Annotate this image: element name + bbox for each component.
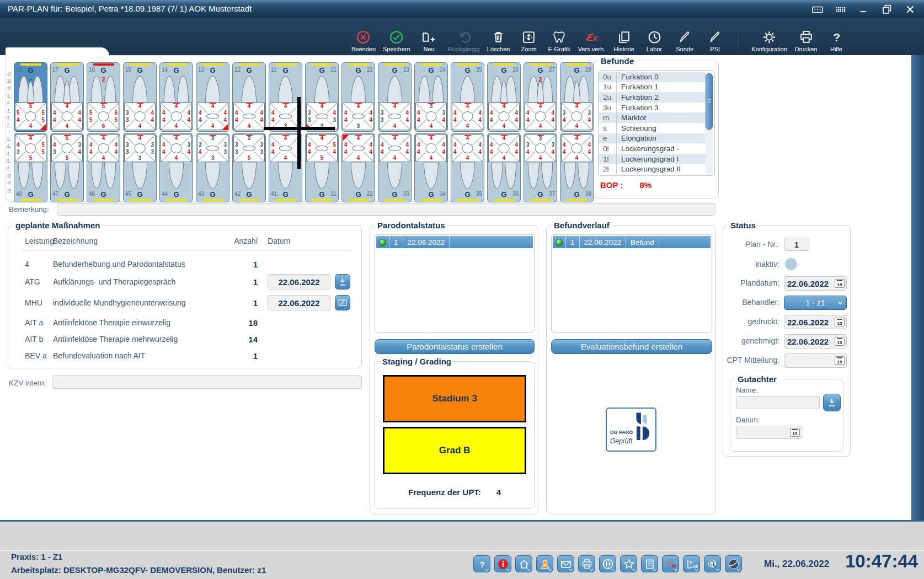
befund-list-item[interactable]: 0u Furkation 0 <box>599 72 706 82</box>
plan-nr-field[interactable]: 1 <box>784 238 809 251</box>
taskbar-globe-button[interactable] <box>599 555 616 572</box>
toolbar-vers-verh-button[interactable]: Ex Vers.verh. <box>578 30 606 52</box>
tooth-14[interactable]: 14G 44 44 44 <box>159 62 193 132</box>
tooth-15[interactable]: 15G 44 33 44 <box>123 62 157 132</box>
toolbar-zoom-button[interactable]: Zoom <box>517 30 541 52</box>
behandler-dropdown[interactable]: 1 - z1 <box>784 296 847 310</box>
tooth-18[interactable]: 18G+ 54 54 55 <box>14 62 47 132</box>
gutachter-name-input[interactable] <box>736 396 820 409</box>
tooth-38[interactable]: 44 44 44 38G <box>560 133 594 202</box>
tooth-22[interactable]: 22G 43 44 44 <box>341 62 375 132</box>
massnahme-row[interactable]: AIT b Antiinfektöse Therapie mehrwurzeli… <box>8 331 361 347</box>
tooth-35[interactable]: 44 44 44 35G <box>451 133 484 202</box>
tooth-48[interactable]: 45 43 55 48G <box>14 133 47 202</box>
toolbar-beenden-button[interactable]: Beenden <box>351 30 376 52</box>
befund-list-item[interactable]: 1l Lockerungsgrad I <box>599 154 706 164</box>
tooth-13[interactable]: 13G 44 44 44 <box>196 62 229 132</box>
gedruckt-field[interactable]: 22.06.2022 15 <box>784 315 847 329</box>
tooth-42[interactable]: 35 33 33 42G <box>232 133 266 202</box>
taskbar-info-button[interactable] <box>494 555 511 572</box>
toolbar-psi-button[interactable]: PSI <box>703 30 727 52</box>
calendar-icon[interactable]: 15 <box>835 279 845 288</box>
parodontalstatus-erstellen-button[interactable]: Parodontalstatus erstellen <box>375 339 535 354</box>
taskbar-mail-button[interactable] <box>557 555 574 572</box>
toolbar-drucken-button[interactable]: Drucken <box>794 30 818 52</box>
befund-list-item[interactable]: 2l Lockerungsgrad II <box>599 164 706 174</box>
befund-list-item[interactable]: 0l Lockerungsgrad - <box>599 143 706 154</box>
tooth-32[interactable]: 44 44 44 32G <box>341 133 375 202</box>
gutachter-download-button[interactable] <box>823 394 841 411</box>
taskbar-home-button[interactable] <box>515 555 532 572</box>
befund-list-item[interactable]: 1u Furkation 1 <box>599 82 706 93</box>
tooth-31[interactable]: 45 44 54 31G <box>305 133 339 202</box>
minimize-icon[interactable] <box>858 3 870 15</box>
toolbar-speichern-button[interactable]: Speichern <box>383 30 410 52</box>
massnahme-download-button[interactable] <box>335 274 350 290</box>
toolbar-hilfe-button[interactable]: ? Hilfe <box>825 30 848 52</box>
befunde-scrollbar[interactable] <box>706 72 713 175</box>
apps-grid-icon[interactable] <box>835 3 847 15</box>
tooth-21[interactable]: 21G 43 33 43 <box>305 62 339 132</box>
tooth-43[interactable]: 33 34 33 43G <box>196 133 229 202</box>
toolbar-historie-button[interactable]: Historie <box>612 30 635 52</box>
calendar-icon[interactable]: 15 <box>835 318 845 326</box>
toolbar-sonde-button[interactable]: Sonde <box>673 30 696 52</box>
calendar-icon[interactable]: 15 <box>835 356 845 365</box>
taskbar-help-button[interactable]: ? <box>473 555 490 572</box>
massnahme-row[interactable]: BEV a Befundevaluation nach AIT 1 <box>8 348 361 363</box>
befund-list-item[interactable]: s Schienung <box>599 123 706 133</box>
befund-list-item[interactable]: 2u Furkation 2 <box>599 92 706 103</box>
toolbar-konfiguration-button[interactable]: Konfiguration <box>751 30 787 52</box>
toolbar-loeschen-button[interactable]: Löschen <box>487 30 510 52</box>
restore-icon[interactable] <box>881 3 893 15</box>
befund-list-item[interactable]: e Elongation <box>599 133 706 144</box>
massnahme-date-field[interactable]: 22.06.2022 <box>268 274 330 290</box>
tooth-16[interactable]: 16G2 56 55 65 <box>87 62 120 132</box>
tooth-26[interactable]: 26G 44 44 44 <box>487 62 521 132</box>
inaktiv-indicator[interactable] <box>785 258 797 270</box>
befund-list-item[interactable]: 3u Furkation 3 <box>599 103 706 113</box>
tooth-25[interactable]: 25G 44 44 44 <box>451 62 484 132</box>
tooth-33[interactable]: 44 44 44 33G <box>378 133 412 202</box>
tooth-46[interactable]: 44 44 44 46G <box>87 133 120 202</box>
toolbar-e-grafik-button[interactable]: E-Grafik <box>548 30 571 52</box>
toolbar-labor-button[interactable]: Labor <box>643 30 666 52</box>
evaluationsbefund-erstellen-button[interactable]: Evaluationsbefund erstellen <box>551 339 712 354</box>
massnahme-row[interactable]: AIT a Antiinfektöse Therapie einwurzelig… <box>8 315 361 330</box>
tooth-17[interactable]: 17G 44 44 44 <box>50 62 84 132</box>
kzv-input[interactable] <box>52 376 362 389</box>
close-icon[interactable] <box>904 3 916 15</box>
tooth-28[interactable]: 28G 44 34 34 <box>560 62 594 132</box>
genehmigt-field[interactable]: 22.06.2022 15 <box>784 334 847 349</box>
calendar-icon[interactable]: 15 <box>790 428 800 437</box>
scrollbar-thumb[interactable] <box>706 73 713 130</box>
tooth-47[interactable]: 55 43 34 47G <box>50 133 84 202</box>
keyboard-icon[interactable] <box>811 3 824 15</box>
massnahme-sign-button[interactable] <box>335 295 350 310</box>
taskbar-search-button[interactable] <box>704 555 721 572</box>
massnahme-row[interactable]: ATG Aufklärungs- und Therapiegespräch 1 … <box>8 274 361 290</box>
toolbar-neu-button[interactable]: Neu <box>418 30 441 52</box>
taskbar-user-button[interactable] <box>536 555 553 572</box>
chart-tab[interactable] <box>6 47 109 56</box>
massnahme-row[interactable]: 4 Befunderhebung und Parodontalstatus 1 <box>8 256 361 272</box>
tooth-36[interactable]: 44 44 44 36G <box>487 133 521 202</box>
befund-list-item[interactable]: m Marktot <box>599 112 706 123</box>
befundverlauf-list[interactable]: 1 22.06.2022 Befund <box>551 234 712 333</box>
tooth-27[interactable]: 27G2 44 44 44 <box>524 62 557 132</box>
cpt-mitteilung-field[interactable]: 15 <box>784 353 847 368</box>
parodontalstatus-entry[interactable]: 1 22.06.2022 <box>376 236 533 248</box>
calendar-icon[interactable]: 15 <box>835 337 845 346</box>
gutachter-datum-field[interactable]: 15 <box>736 426 802 439</box>
befundverlauf-entry[interactable]: 1 22.06.2022 Befund <box>553 236 711 248</box>
taskbar-web-button[interactable] <box>725 555 742 572</box>
taskbar-printer-button[interactable] <box>578 555 595 572</box>
taskbar-lab-button[interactable]: LAB <box>683 555 700 572</box>
bemerkung-input[interactable] <box>57 203 715 216</box>
tooth-34[interactable]: 44 44 44 34G <box>414 133 448 202</box>
tooth-37[interactable]: 34 34 34 37G <box>524 133 557 202</box>
taskbar-star-button[interactable] <box>620 555 637 572</box>
taskbar-document-button[interactable] <box>641 555 658 572</box>
tooth-23[interactable]: 23G 44 33 44 <box>378 62 412 132</box>
massnahme-row[interactable]: MHU individuelle Mundhygieneunterweisung… <box>8 295 361 310</box>
